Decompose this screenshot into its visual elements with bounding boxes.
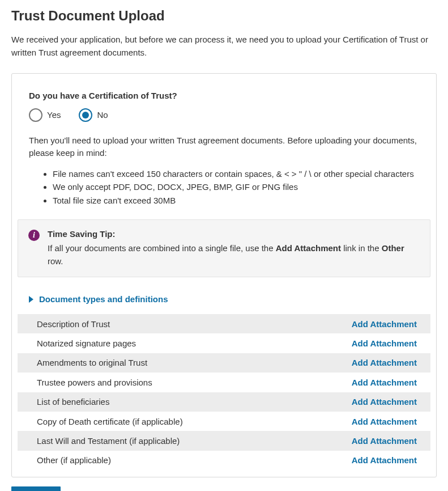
accordion-label: Document types and definitions: [39, 294, 168, 304]
add-attachment-link[interactable]: Add Attachment: [352, 378, 417, 387]
upload-rules: File names can't exceed 150 characters o…: [18, 168, 430, 208]
intro-text: We received your application, but before…: [11, 33, 437, 60]
doc-label: Last Will and Testament (if applicable): [37, 436, 180, 446]
add-attachment-link[interactable]: Add Attachment: [352, 417, 417, 426]
add-attachment-link[interactable]: Add Attachment: [352, 397, 417, 407]
tip-body: If all your documents are combined into …: [48, 242, 420, 268]
add-attachment-link[interactable]: Add Attachment: [352, 436, 417, 446]
rule-item: Total file size can't exceed 30MB: [53, 194, 430, 208]
doc-label: Amendments to original Trust: [37, 358, 147, 367]
add-attachment-link[interactable]: Add Attachment: [352, 358, 417, 367]
cert-question: Do you have a Certification of Trust?: [18, 91, 430, 100]
doc-row: Notarized signature pages Add Attachment: [18, 333, 430, 353]
radio-yes-label: Yes: [47, 110, 61, 120]
add-attachment-link[interactable]: Add Attachment: [352, 455, 417, 465]
doc-row: Other (if applicable) Add Attachment: [18, 451, 430, 470]
doc-row: Description of Trust Add Attachment: [18, 314, 430, 333]
info-icon: i: [28, 230, 40, 241]
rule-item: We only accept PDF, DOC, DOCX, JPEG, BMP…: [53, 181, 430, 194]
upload-card: Do you have a Certification of Trust? Ye…: [11, 73, 437, 478]
submit-button[interactable]: Submit: [11, 486, 61, 491]
doc-row: Amendments to original Trust Add Attachm…: [18, 353, 430, 373]
radio-no[interactable]: No: [79, 108, 108, 122]
doc-label: Copy of Death certificate (if applicable…: [37, 417, 183, 426]
radio-no-label: No: [97, 110, 108, 120]
doc-label: Description of Trust: [37, 319, 110, 329]
tip-title: Time Saving Tip:: [48, 229, 420, 239]
doc-row: List of beneficiaries Add Attachment: [18, 392, 430, 412]
doc-table: Description of Trust Add Attachment Nota…: [18, 314, 430, 470]
cert-radio-group: Yes No: [18, 108, 430, 122]
doc-row: Copy of Death certificate (if applicable…: [18, 412, 430, 431]
doc-label: List of beneficiaries: [37, 397, 109, 407]
followup-text: Then you'll need to upload your written …: [18, 134, 430, 160]
radio-yes-indicator: [29, 108, 42, 122]
tip-box: i Time Saving Tip: If all your documents…: [18, 219, 430, 277]
page-title: Trust Document Upload: [11, 8, 437, 24]
doc-label: Notarized signature pages: [37, 338, 136, 348]
rule-item: File names can't exceed 150 characters o…: [53, 168, 430, 181]
doc-row: Last Will and Testament (if applicable) …: [18, 431, 430, 450]
doc-label: Trustee powers and provisions: [37, 378, 152, 387]
doc-row: Trustee powers and provisions Add Attach…: [18, 373, 430, 392]
doc-label: Other (if applicable): [37, 455, 111, 465]
add-attachment-link[interactable]: Add Attachment: [352, 338, 417, 348]
caret-right-icon: [29, 296, 33, 303]
radio-yes[interactable]: Yes: [29, 108, 61, 122]
radio-no-indicator: [79, 108, 92, 122]
doc-types-accordion[interactable]: Document types and definitions: [18, 290, 430, 314]
add-attachment-link[interactable]: Add Attachment: [352, 319, 417, 329]
